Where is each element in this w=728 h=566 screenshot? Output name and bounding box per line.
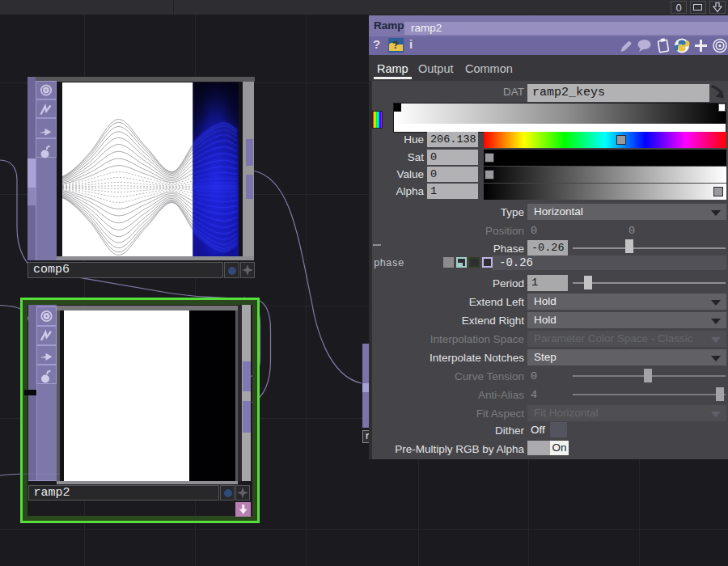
svg-text:?: ? (392, 40, 398, 51)
